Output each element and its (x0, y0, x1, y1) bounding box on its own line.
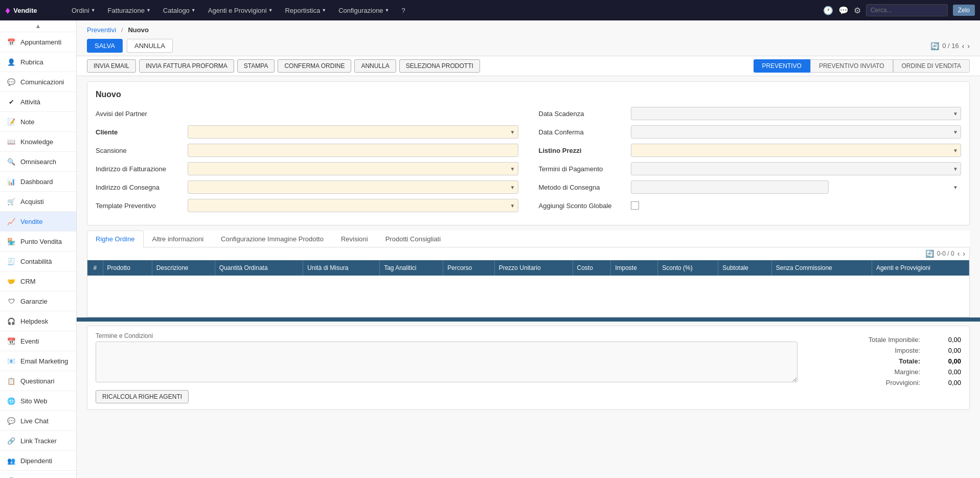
nav-fatturazione[interactable]: Fatturazione ▼ (103, 4, 156, 17)
nav-ordini[interactable]: Ordini ▼ (66, 4, 101, 17)
total-provvigioni-row: Provvigioni: 0,00 (808, 377, 961, 388)
tab-prodotti-consigliati[interactable]: Prodotti Consigliati (377, 231, 449, 247)
search-input[interactable] (866, 4, 948, 16)
tab-config-immagine[interactable]: Configurazione Immagine Prodotto (212, 231, 332, 247)
sidebar-item-acquisti[interactable]: 🛒 Acquisti (0, 192, 76, 212)
table-next-button[interactable]: › (963, 249, 965, 258)
sidebar-item-eventi[interactable]: 📆 Eventi (0, 331, 76, 351)
nav-reportistica[interactable]: Reportistica ▼ (280, 4, 332, 17)
clock-icon[interactable]: 🕐 (823, 6, 833, 15)
send-email-button[interactable]: INVIA EMAIL (87, 59, 136, 73)
template-input[interactable] (188, 199, 518, 212)
terms-area: Termine e Condizioni RICALCOLA RIGHE AGE… (96, 332, 797, 403)
brand[interactable]: ♦ Vendite (5, 5, 56, 16)
helpdesk-icon: 🎧 (6, 316, 16, 326)
sidebar-item-omnisearch[interactable]: 🔍 Omnisearch (0, 152, 76, 172)
sidebar-item-knowledge[interactable]: 📖 Knowledge (0, 132, 76, 152)
print-button[interactable]: STAMPA (237, 59, 275, 73)
cliente-input[interactable] (188, 125, 518, 139)
sidebar-item-attivita[interactable]: ✔ Attività (0, 92, 76, 112)
form-row-data-scadenza: Data Scadenza ▼ (539, 106, 962, 121)
employees-icon: 👥 (6, 456, 16, 466)
sidebar-item-sito-web[interactable]: 🌐 Sito Web (0, 391, 76, 411)
data-conferma-input[interactable] (631, 125, 962, 139)
tab-righe-ordine[interactable]: Righe Ordine (87, 231, 144, 247)
breadcrumb: Preventivi / Nuovo (77, 20, 980, 36)
cancel-button[interactable]: ANNULLA (127, 39, 173, 53)
listino-input[interactable] (631, 144, 962, 157)
scansione-input[interactable] (188, 144, 518, 157)
sidebar-item-link-tracker[interactable]: 🔗 Link Tracker (0, 431, 76, 451)
sidebar-item-dashboard[interactable]: 📊 Dashboard (0, 172, 76, 192)
status-tabs: PREVENTIVO PREVENTIVO INVIATO ORDINE DI … (754, 59, 970, 73)
form-row-scansione: Scansione (96, 143, 518, 157)
sidebar-item-questionari[interactable]: 📋 Questionari (0, 371, 76, 391)
purchase-icon: 🛒 (6, 196, 16, 207)
refresh-icon[interactable]: 🔄 (930, 42, 939, 50)
termini-input[interactable] (631, 162, 962, 175)
data-scadenza-input[interactable] (631, 107, 962, 120)
status-tab-ordine-vendita[interactable]: ORDINE DI VENDITA (893, 59, 970, 73)
sidebar-item-live-chat[interactable]: 💬 Live Chat (0, 411, 76, 431)
sidebar-item-note[interactable]: 📝 Note (0, 112, 76, 132)
sidebar-item-appuntamenti[interactable]: 📅 Appuntamenti (0, 32, 76, 52)
data-conferma-label: Data Conferma (539, 128, 631, 136)
sconto-globale-checkbox[interactable] (631, 201, 639, 210)
col-senza-commissione: Senza Commissione (771, 260, 872, 276)
terms-textarea[interactable] (96, 342, 797, 382)
email-icon: 📧 (6, 356, 16, 366)
sidebar-scroll-up[interactable]: ▲ (0, 20, 76, 32)
table-refresh-icon[interactable]: 🔄 (925, 249, 934, 258)
breadcrumb-parent[interactable]: Preventivi (87, 26, 116, 34)
data-conferma-wrap: ▼ (631, 125, 962, 139)
confirm-order-button[interactable]: CONFERMA ORDINE (278, 59, 351, 73)
crm-icon: 🤝 (6, 276, 16, 286)
sidebar-item-garanzie[interactable]: 🛡 Garanzie (0, 291, 76, 311)
template-select-wrap: ▼ (188, 199, 518, 212)
send-proforma-button[interactable]: INVIA FATTURA PROFORMA (139, 59, 234, 73)
prev-record-button[interactable]: ‹ (962, 42, 965, 50)
sidebar-item-email-marketing[interactable]: 📧 Email Marketing (0, 351, 76, 371)
sidebar-item-dipendenti[interactable]: 👥 Dipendenti (0, 451, 76, 471)
nav-configurazione[interactable]: Configurazione ▼ (333, 4, 394, 17)
fatturazione-input[interactable] (188, 162, 518, 175)
table-page-info: 0-0 / 0 (937, 250, 954, 257)
sidebar-item-helpdesk[interactable]: 🎧 Helpdesk (0, 311, 76, 331)
tab-altre-info[interactable]: Altre informazioni (144, 231, 212, 247)
consegna-input[interactable] (188, 180, 518, 194)
sidebar-item-presenze[interactable]: 🕐 Presenze (0, 471, 76, 478)
nav-catalogo[interactable]: Catalogo ▼ (158, 4, 201, 17)
terms-label: Termine e Condizioni (96, 332, 797, 339)
gear-icon[interactable]: ⚙ (854, 6, 861, 15)
scansione-select-wrap (188, 144, 518, 157)
sidebar-item-punto-vendita[interactable]: 🏪 Punto Vendita (0, 232, 76, 252)
total-totale-label: Totale: (899, 357, 920, 365)
metodo-input[interactable] (631, 180, 829, 194)
select-products-button[interactable]: SELEZIONA PRODOTTI (399, 59, 480, 73)
sidebar-item-vendite[interactable]: 📈 Vendite (0, 212, 76, 232)
sidebar-item-contabilita[interactable]: 🧾 Contabilità (0, 252, 76, 271)
chat-icon[interactable]: 💬 (838, 6, 849, 15)
total-imposte-label: Imposte: (895, 347, 920, 354)
scroll-stripe (77, 317, 980, 322)
recalc-button[interactable]: RICALCOLA RIGHE AGENTI (96, 390, 189, 403)
sidebar-item-rubrica[interactable]: 👤 Rubrica (0, 52, 76, 72)
form-row-avvisi: Avvisi del Partner (96, 106, 518, 121)
calendar-icon: 📅 (6, 37, 16, 47)
status-tab-preventivo-inviato[interactable]: PREVENTIVO INVIATO (810, 59, 893, 73)
user-badge[interactable]: Zelo (953, 5, 975, 16)
col-agenti: Agenti e Provvigioni (872, 260, 969, 276)
annulla-button[interactable]: ANNULLA (354, 59, 396, 73)
sidebar-item-crm[interactable]: 🤝 CRM (0, 271, 76, 291)
termini-label: Termini di Pagamento (539, 165, 631, 173)
sidebar-item-comunicazioni[interactable]: 💬 Comunicazioni (0, 72, 76, 92)
table-prev-button[interactable]: ‹ (958, 249, 960, 258)
save-button[interactable]: SALVA (87, 39, 123, 53)
record-toolbar: SALVA ANNULLA 🔄 0 / 16 ‹ › (77, 36, 980, 56)
next-record-button[interactable]: › (967, 42, 970, 50)
status-tab-preventivo[interactable]: PREVENTIVO (754, 59, 810, 73)
nav-agenti[interactable]: Agenti e Provvigioni ▼ (203, 4, 278, 17)
tab-revisioni[interactable]: Revisioni (332, 231, 377, 247)
col-subtotale: Subtotale (718, 260, 772, 276)
nav-help[interactable]: ? (397, 4, 411, 17)
